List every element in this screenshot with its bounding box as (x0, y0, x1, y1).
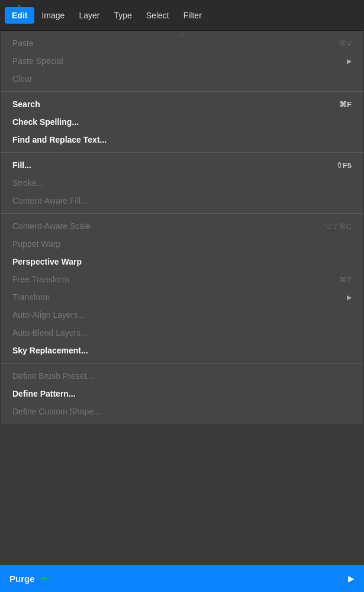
menu-item-content-aware-fill[interactable]: Content-Aware Fill... (1, 192, 363, 210)
purge-submenu-arrow-icon: ▶ (348, 574, 355, 583)
menu-item-transform[interactable]: Transform ▶ (1, 288, 363, 306)
menu-item-puppet-warp[interactable]: Puppet Warp (1, 235, 363, 253)
purge-green-arrow-icon: ← (40, 571, 53, 586)
menu-section-define: Define Brush Preset... Define Pattern...… (1, 363, 363, 424)
menu-section-transform: Content-Aware Scale ⌥⇧⌘C Puppet Warp Per… (1, 214, 363, 363)
menu-item-check-spelling[interactable]: Check Spelling... (1, 113, 363, 131)
edit-menu-dropdown: Paste ⌘V Paste Special ▶ Clear Search ⌘F… (0, 31, 364, 424)
menu-item-stroke[interactable]: Stroke... (1, 174, 363, 192)
menu-item-define-pattern[interactable]: Define Pattern... (1, 385, 363, 403)
menu-item-sky-replacement[interactable]: Sky Replacement... (1, 342, 363, 359)
green-arrow-up-icon: ↑ (17, 1, 22, 14)
menubar-item-image[interactable]: Image (34, 7, 72, 24)
menu-item-find-replace[interactable]: Find and Replace Text... (1, 131, 363, 149)
menu-item-auto-blend[interactable]: Auto-Blend Layers... (1, 324, 363, 342)
menubar-item-select[interactable]: Select (139, 7, 176, 24)
menu-item-define-custom-shape[interactable]: Define Custom Shape... (1, 403, 363, 420)
purge-label: Purge (9, 574, 35, 584)
menu-item-clear[interactable]: Clear (1, 70, 363, 88)
menu-item-auto-align[interactable]: Auto-Align Layers... (1, 306, 363, 324)
dropdown-triangle-icon (178, 31, 187, 37)
transform-submenu-arrow-icon: ▶ (347, 294, 352, 301)
submenu-arrow-icon: ▶ (347, 57, 352, 65)
menu-section-fill: Fill... ⇧F5 Stroke... Content-Aware Fill… (1, 153, 363, 214)
menu-item-fill[interactable]: Fill... ⇧F5 (1, 156, 363, 174)
menu-item-perspective-warp[interactable]: Perspective Warp (1, 253, 363, 271)
menu-item-paste-special[interactable]: Paste Special ▶ (1, 52, 363, 70)
purge-left-group: Purge ← (9, 571, 55, 586)
menubar-item-layer[interactable]: Layer (72, 7, 107, 24)
menubar-item-type[interactable]: Type (107, 7, 138, 24)
menu-item-define-brush[interactable]: Define Brush Preset... (1, 367, 363, 385)
menu-item-paste[interactable]: Paste ⌘V (1, 34, 363, 52)
menu-item-content-aware-scale[interactable]: Content-Aware Scale ⌥⇧⌘C (1, 217, 363, 235)
menu-item-search[interactable]: Search ⌘F (1, 95, 363, 113)
purge-bar[interactable]: Purge ← ▶ (0, 565, 364, 592)
menubar: Edit Image Layer Type Select Filter (0, 0, 364, 31)
menu-section-search: Search ⌘F Check Spelling... Find and Rep… (1, 92, 363, 153)
menubar-item-filter[interactable]: Filter (176, 7, 209, 24)
menu-item-free-transform[interactable]: Free Transform ⌘T (1, 271, 363, 288)
menu-section-paste: Paste ⌘V Paste Special ▶ Clear (1, 31, 363, 92)
